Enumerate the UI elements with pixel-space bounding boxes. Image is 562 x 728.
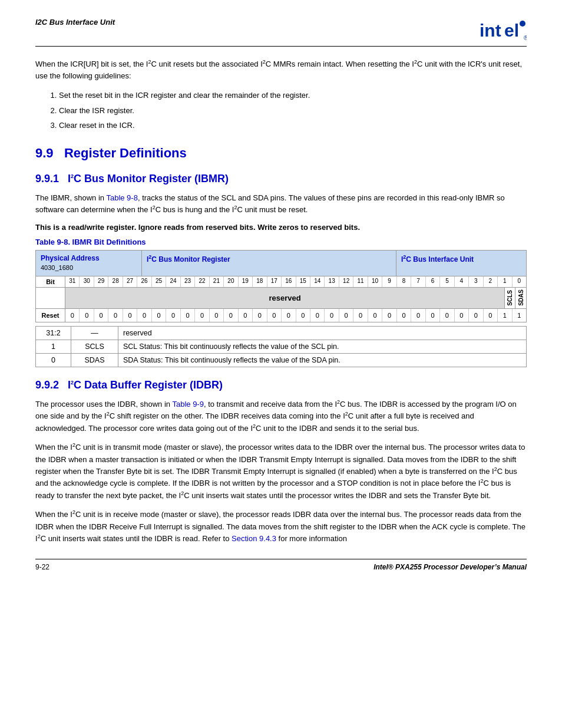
bit-numbers: 31 30 29 28 27 26 25 24 23 22 21 20 19 1… [65,276,526,287]
reg-col2-header: I2C Bus Monitor Register [142,251,396,275]
footer-doc-title: Intel® PXA255 Processor Developer’s Manu… [373,563,527,571]
reset-values: 0 0 0 0 0 0 0 0 0 0 0 0 0 0 0 0 0 0 0 0 [65,309,526,322]
section-992-para2: When the I2C unit is in transmit mode (m… [35,442,527,502]
section-992-heading: 9.9.2 I2C Data Buffer Register (IDBR) [35,379,527,391]
intro-list: Set the reset bit in the ICR register an… [59,90,527,131]
intel-logo: int el ® [480,18,527,41]
table-991-title: Table 9-8. IBMR Bit Definitions [35,238,527,246]
header-title: I2C Bus Interface Unit [35,18,115,27]
section-992-para1: The processor uses the IDBR, shown in Ta… [35,398,527,434]
def-row-scls: 1 SCLS SCL Status: This bit continuously… [36,340,527,353]
intel-logo-svg: int el ® [480,18,527,41]
reg-top-header: Physical Address 4030_1680 I2C Bus Monit… [36,251,526,276]
section-992-para3: When the I2C unit is in receive mode (ma… [35,509,527,545]
fields-row: reserved SCLS SDAS [36,288,526,309]
svg-point-2 [520,21,525,27]
footer-page-num: 9-22 [35,563,49,571]
page-header: I2C Bus Interface Unit int el ® [35,18,527,47]
def-row-reserved: 31:2 — reserved [36,326,527,340]
svg-text:®: ® [524,34,527,41]
ibmr-register-table: Physical Address 4030_1680 I2C Bus Monit… [35,250,527,322]
svg-text:el: el [504,21,519,40]
section-99-heading: 9.9 Register Definitions [35,146,527,161]
def-row-sdas: 0 SDAS SDA Status: This bit continuously… [36,353,527,367]
reset-row: Reset 0 0 0 0 0 0 0 0 0 0 0 0 0 0 0 0 0 … [36,309,526,322]
scls-field: SCLS [505,288,515,308]
list-item-3: Clear reset in the ICR. [59,120,527,131]
section-991-heading: 9.9.1 I2C Bus Monitor Register (IBMR) [35,173,527,185]
list-item-2: Clear the ISR register. [59,105,527,117]
reset-label: Reset [36,309,65,322]
svg-text:int: int [480,21,501,40]
section-991-bold-note: This is a read/write register. Ignore re… [35,223,527,232]
section-991-para1: The IBMR, shown in Table 9-8, tracks the… [35,192,527,216]
ibmr-def-table: 31:2 — reserved 1 SCLS SCL Status: This … [35,326,527,367]
reg-col3-header: I2C Bus Interface Unit [396,251,526,275]
bit-label: Bit [36,276,65,287]
reserved-field: reserved [65,288,505,308]
page-footer: 9-22 Intel® PXA255 Processor Developer’s… [35,559,527,571]
sdas-field: SDAS [515,288,526,308]
intro-para1: When the ICR[UR] bit is set, the I2C uni… [35,58,527,81]
bit-numbers-row: Bit 31 30 29 28 27 26 25 24 23 22 21 20 … [36,276,526,288]
list-item-1: Set the reset bit in the ICR register an… [59,90,527,101]
reg-col1-header: Physical Address 4030_1680 [36,251,142,275]
